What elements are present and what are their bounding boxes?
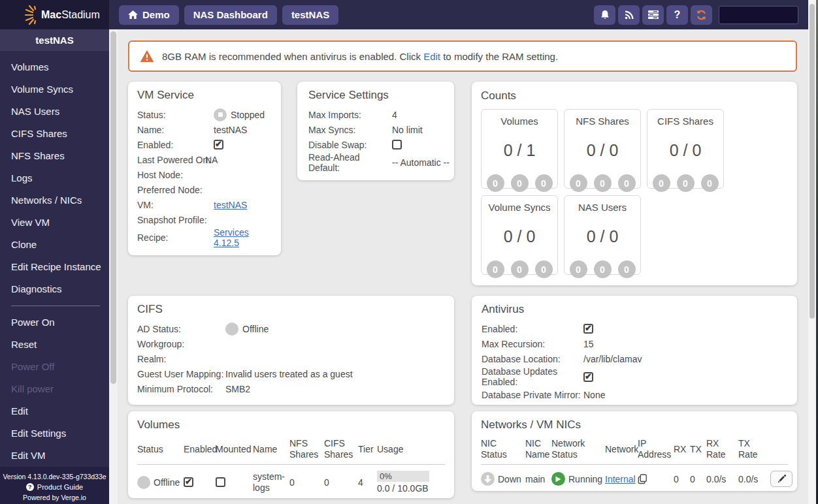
av-enabled-label: Enabled: — [482, 324, 583, 334]
sidebar-item-cifs-shares[interactable]: CIFS Shares — [0, 123, 109, 145]
sidebar-item-edit-settings[interactable]: Edit Settings — [0, 422, 109, 445]
vm-link[interactable]: testNAS — [214, 200, 247, 210]
volume-usage-bar: 0% — [377, 471, 429, 482]
help-circle-icon: ? — [26, 483, 34, 491]
status-badge: 0 — [594, 174, 612, 192]
status-badge: 0 — [535, 260, 553, 278]
recipe-label: Recipe: — [137, 232, 214, 243]
sidebar-scrollbar[interactable] — [109, 29, 118, 504]
sidebar-item-diagnostics[interactable]: Diagnostics — [0, 278, 109, 300]
stopped-icon — [214, 108, 227, 121]
network-running-icon — [551, 472, 565, 486]
sidebar-item-power-on[interactable]: Power On — [0, 311, 109, 334]
nic-edit-button[interactable] — [770, 471, 793, 487]
enabled-checkbox: ✔ — [214, 140, 223, 150]
enabled-label: Enabled: — [137, 140, 214, 150]
sidebar-item-reset[interactable]: Reset — [0, 334, 109, 356]
networks-table-header: NIC Status NIC Name Network Status Netwo… — [481, 432, 788, 465]
notifications-button[interactable] — [594, 5, 615, 25]
search-input[interactable] — [719, 6, 798, 24]
db-updates-label: Database Updates Enabled: — [482, 366, 583, 387]
sidebar-item-logs[interactable]: Logs — [0, 167, 109, 189]
status-badge: 0 — [511, 174, 529, 192]
max-recursion-value: 15 — [583, 339, 594, 349]
volume-enabled-checkbox: ✔ — [184, 477, 193, 487]
min-protocol-label: Minimum Protocol: — [137, 384, 225, 394]
sidebar-item-kill-power: Kill power — [0, 378, 109, 400]
warning-banner: 8GB RAM is recommended when antivirus is… — [128, 40, 797, 72]
refresh-icon — [696, 10, 707, 20]
topbar: MacStadium Demo NAS Dashboard testNAS ? — [0, 0, 816, 29]
last-powered-label: Last Powered On: — [137, 155, 214, 165]
cifs-card: CIFS AD Status: Offline Workgroup: Realm… — [128, 296, 454, 405]
service-settings-card: Service Settings Max Imports: 4 Max Sync… — [297, 82, 454, 180]
preferred-node-label: Preferred Node: — [137, 185, 214, 195]
home-icon — [128, 10, 138, 20]
status-badge: 0 — [487, 260, 504, 278]
sidebar-scrollbar-thumb[interactable] — [110, 31, 116, 384]
snapshot-profile-label: Snapshot Profile: — [137, 215, 214, 225]
volumes-table-row: Offline ✔ system-logs 0 0 4 0% 0.0 / 10.… — [137, 465, 445, 497]
help-button[interactable]: ? — [666, 5, 688, 25]
count-tile-nfs-shares: NFS Shares 0 / 0 0 0 0 — [564, 109, 641, 189]
sidebar-item-networks-nics[interactable]: Networks / NICs — [0, 189, 109, 212]
sidebar-item-edit-vm[interactable]: Edit VM — [0, 445, 109, 467]
sidebar-item-nas-users[interactable]: NAS Users — [0, 101, 109, 123]
sidebar-item-nfs-shares[interactable]: NFS Shares — [0, 145, 109, 167]
ad-status-label: AD Status: — [137, 324, 225, 334]
nav-demo-button[interactable]: Demo — [119, 5, 179, 25]
sidebar-item-volumes[interactable]: Volumes — [0, 56, 109, 78]
sidebar-item-volume-syncs[interactable]: Volume Syncs — [0, 78, 109, 101]
refresh-button[interactable] — [691, 5, 712, 25]
max-imports-value: 4 — [392, 110, 397, 120]
logo-text: MacStadium — [41, 9, 100, 21]
page-scrollbar-thumb[interactable] — [810, 4, 815, 319]
nav-nas-dashboard-button[interactable]: NAS Dashboard — [184, 5, 277, 25]
status-badge: 0 — [570, 174, 587, 192]
banner-edit-link[interactable]: Edit — [423, 51, 440, 62]
volume-usage-text: 0.0 / 10.0GB — [377, 483, 429, 494]
max-imports-label: Max Imports: — [308, 110, 392, 120]
count-tile-nas-users: NAS Users 0 / 0 0 0 0 — [564, 195, 641, 275]
volume-cifs-shares: 0 — [324, 471, 358, 492]
read-ahead-value: -- Automatic -- — [392, 157, 450, 168]
bell-icon — [600, 10, 610, 20]
product-guide-link[interactable]: ? Product Guide — [1, 482, 108, 492]
db-location-label: Database Location: — [482, 354, 583, 364]
count-value: 0 / 1 — [482, 141, 557, 160]
recipe-link[interactable]: Services 4.12.5 — [214, 227, 272, 248]
tasks-button[interactable] — [642, 5, 664, 25]
count-tile-cifs-shares: CIFS Shares 0 / 0 0 0 0 — [647, 109, 724, 189]
sidebar-item-clone[interactable]: Clone — [0, 234, 109, 256]
copy-ip-button[interactable] — [638, 474, 647, 484]
sidebar-item-edit[interactable]: Edit — [0, 400, 109, 422]
nic-tx-rate: 0.0/s — [738, 468, 770, 488]
status-badge: 0 — [701, 174, 719, 192]
name-value: testNAS — [214, 125, 247, 135]
count-value: 0 / 0 — [564, 141, 640, 160]
version-text: Version 4.13.0.dev-335-g733d33e — [1, 471, 108, 482]
status-badge: 0 — [677, 174, 695, 192]
count-value: 0 / 0 — [482, 227, 557, 246]
nav-testnas-button[interactable]: testNAS — [282, 5, 338, 25]
page-scrollbar[interactable] — [808, 0, 816, 504]
db-updates-checkbox: ✔ — [583, 372, 593, 382]
networks-title: Networks / VM NICs — [481, 418, 788, 432]
status-label: Status: — [137, 110, 214, 120]
ad-status-value: Offline — [242, 324, 269, 334]
max-syncs-label: Max Syncs: — [308, 125, 392, 135]
cifs-title: CIFS — [137, 303, 445, 316]
status-badge: 0 — [570, 260, 587, 278]
sidebar-item-edit-recipe-instance[interactable]: Edit Recipe Instance — [0, 256, 109, 278]
volume-name: system-logs — [253, 465, 289, 497]
max-syncs-value: No limit — [392, 125, 423, 135]
read-ahead-label: Read-Ahead Default: — [308, 152, 392, 173]
max-recursion-label: Max Recursion: — [482, 339, 583, 349]
network-link[interactable]: Internal — [605, 474, 636, 484]
feed-button[interactable] — [618, 5, 640, 25]
sidebar-item-view-vm[interactable]: View VM — [0, 212, 109, 234]
network-status: Running — [568, 474, 602, 484]
status-badge: 0 — [487, 174, 504, 192]
status-badge: 0 — [594, 260, 612, 278]
volumes-table-header: Status Enabled Mounted Name NFS Shares C… — [137, 432, 445, 465]
